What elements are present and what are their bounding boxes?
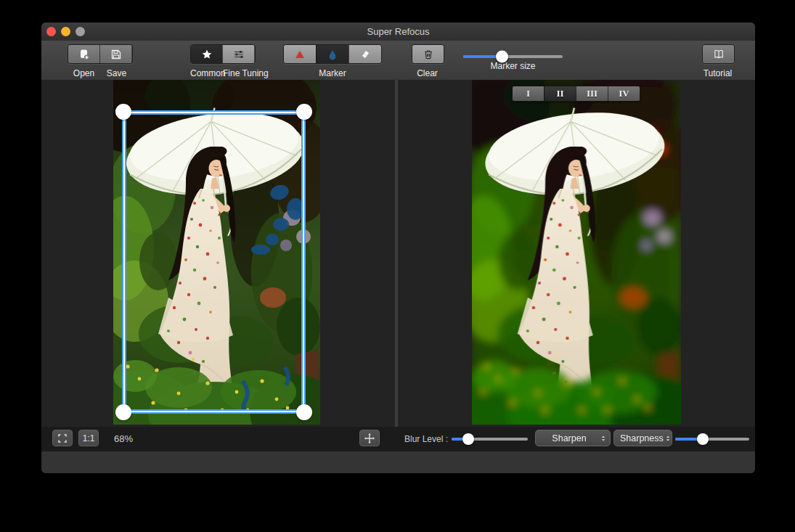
marker-label: Marker	[283, 68, 382, 78]
marker-size-slider-thumb[interactable]	[496, 50, 508, 62]
open-button[interactable]	[68, 45, 99, 63]
stepper-chevrons-icon	[597, 434, 610, 443]
pan-button[interactable]	[359, 430, 380, 446]
common-label: Common	[190, 68, 223, 78]
open-label: Open	[68, 68, 100, 78]
selection-handle-top-right[interactable]	[296, 104, 312, 120]
panel-divider	[395, 80, 398, 451]
effect-param-dropdown[interactable]: Sharpness	[613, 430, 672, 446]
move-arrows-icon	[364, 433, 375, 444]
book-icon	[713, 49, 725, 60]
save-icon	[110, 49, 122, 60]
effect-param-value: Sharpness	[614, 433, 664, 443]
selection-handle-top-left[interactable]	[115, 104, 131, 120]
clear-group: Clear	[412, 44, 444, 78]
source-photo[interactable]	[113, 80, 320, 425]
selection-handle-bottom-left[interactable]	[115, 404, 131, 420]
window-bottom-strip	[41, 451, 755, 473]
window-title: Super Refocus	[41, 22, 755, 41]
level-IV-button[interactable]: IV	[608, 86, 640, 101]
preview-photo[interactable]: I II III IV	[472, 80, 681, 425]
eraser-button[interactable]	[348, 45, 381, 63]
main-area: I II III IV	[41, 80, 755, 427]
actual-size-button[interactable]: 1:1	[78, 430, 99, 446]
effect-mode-value: Sharpen	[536, 433, 597, 443]
effect-mode-dropdown[interactable]: Sharpen	[535, 430, 611, 446]
file-group: Open Save	[68, 44, 133, 78]
mode-group: Common Fine Tuning	[190, 44, 256, 78]
stepper-chevrons-icon	[664, 434, 672, 443]
save-label: Save	[100, 68, 133, 78]
level-III-button[interactable]: III	[576, 86, 608, 101]
app-window: Super Refocus	[41, 22, 755, 473]
blur-level-slider[interactable]	[452, 433, 528, 445]
clear-label: Clear	[412, 68, 443, 78]
level-II-button[interactable]: II	[544, 86, 576, 101]
source-image-panel	[41, 80, 395, 427]
red-triangle-icon	[294, 49, 306, 60]
blur-level-label: Blur Level :	[404, 427, 448, 451]
marker-focus-button[interactable]	[284, 45, 316, 63]
zoom-percentage: 68%	[114, 427, 133, 451]
eraser-icon	[359, 49, 371, 60]
toolbar: Open Save	[41, 41, 755, 81]
star-icon	[201, 49, 213, 60]
open-file-icon	[78, 49, 90, 60]
left-viewer-bar: 1:1 68%	[41, 427, 395, 451]
fine-tuning-button[interactable]	[222, 45, 254, 63]
desktop-background: Super Refocus	[0, 0, 795, 532]
bottom-bar-row: 1:1 68% Blur Level :	[41, 427, 755, 451]
blur-level-segmented-control: I II III IV	[512, 86, 640, 102]
marker-size-label: Marker size	[463, 61, 563, 71]
right-viewer-bar: Blur Level : Sharpen	[398, 427, 755, 451]
tutorial-label: Tutorial	[702, 68, 733, 78]
selection-handle-bottom-right[interactable]	[296, 404, 312, 420]
level-I-button[interactable]: I	[513, 86, 544, 101]
title-bar[interactable]: Super Refocus	[41, 22, 755, 41]
sharpness-slider[interactable]	[675, 433, 749, 445]
fit-screen-icon	[57, 433, 68, 444]
tutorial-group: Tutorial	[702, 44, 735, 78]
sliders-icon	[233, 49, 245, 60]
blur-level-slider-thumb[interactable]	[462, 433, 474, 445]
preview-image-panel: I II III IV	[398, 80, 755, 427]
common-mode-button[interactable]	[191, 45, 222, 63]
marker-group: Marker	[283, 44, 382, 78]
marker-size-group: Marker size	[463, 44, 563, 71]
sharpness-slider-thumb[interactable]	[697, 433, 709, 445]
preview-photo-image	[472, 80, 681, 425]
fine-tuning-label: Fine Tuning	[223, 68, 256, 78]
clear-button[interactable]	[412, 45, 444, 63]
marker-size-slider[interactable]	[463, 50, 563, 62]
focus-selection-rect[interactable]	[122, 110, 306, 414]
fit-to-screen-button[interactable]	[52, 430, 73, 446]
trash-icon	[423, 49, 434, 60]
blue-drop-icon	[327, 49, 338, 60]
marker-blur-button[interactable]	[316, 45, 348, 63]
save-button[interactable]	[99, 45, 131, 63]
tutorial-button[interactable]	[703, 45, 734, 63]
